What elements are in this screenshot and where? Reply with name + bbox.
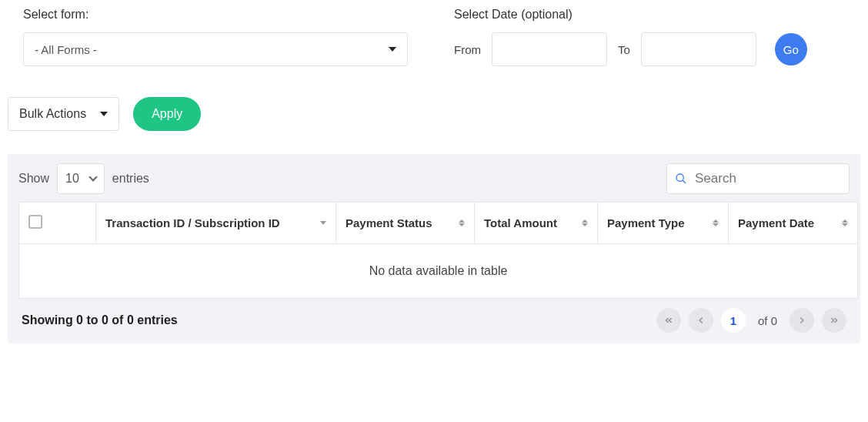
- to-label: To: [618, 43, 630, 56]
- bulk-actions-dropdown[interactable]: Bulk Actions: [8, 97, 119, 131]
- column-status[interactable]: Payment Status: [336, 203, 475, 244]
- table-container: Show 10 entries: [8, 154, 860, 343]
- caret-down-icon: [100, 112, 108, 116]
- page-size-select[interactable]: 10: [57, 163, 105, 194]
- svg-line-1: [683, 180, 686, 183]
- from-label: From: [454, 43, 481, 56]
- show-label: Show: [18, 172, 49, 186]
- page-last-button[interactable]: [822, 308, 846, 333]
- column-type[interactable]: Payment Type: [598, 203, 729, 244]
- page-first-button[interactable]: [656, 308, 681, 333]
- select-form-label: Select form:: [23, 8, 408, 22]
- search-input[interactable]: [693, 170, 841, 187]
- chevron-left-icon: [696, 315, 706, 326]
- select-all-checkbox[interactable]: [28, 215, 42, 229]
- page-current[interactable]: 1: [721, 308, 746, 333]
- chevrons-right-icon: [829, 315, 840, 326]
- select-date-label: Select Date (optional): [454, 8, 807, 22]
- column-transaction-label: Transaction ID / Subscription ID: [105, 216, 280, 229]
- showing-text: Showing 0 to 0 of 0 entries: [22, 313, 178, 327]
- column-status-label: Payment Status: [346, 216, 432, 229]
- to-date-input[interactable]: [641, 32, 756, 66]
- caret-down-icon: [389, 47, 396, 52]
- search-container[interactable]: [666, 163, 850, 194]
- apply-button[interactable]: Apply: [133, 97, 201, 131]
- select-form-value: - All Forms -: [35, 43, 97, 56]
- from-date-input[interactable]: [492, 32, 607, 66]
- column-select-all: [19, 203, 96, 244]
- search-icon: [675, 172, 687, 185]
- column-date-label: Payment Date: [738, 216, 814, 229]
- select-form-dropdown[interactable]: - All Forms -: [23, 32, 408, 66]
- go-button[interactable]: Go: [775, 33, 807, 65]
- page-of-text: of 0: [758, 314, 777, 327]
- no-data-message: No data available in table: [19, 244, 858, 299]
- bulk-actions-label: Bulk Actions: [19, 107, 86, 121]
- svg-point-0: [676, 174, 683, 181]
- chevrons-left-icon: [663, 315, 674, 326]
- chevron-down-icon: [88, 172, 97, 181]
- sort-desc-icon: [320, 221, 326, 225]
- column-type-label: Payment Type: [607, 216, 685, 229]
- sort-icon: [582, 219, 588, 226]
- chevron-right-icon: [796, 315, 807, 326]
- page-size-value: 10: [65, 172, 79, 186]
- data-table: Transaction ID / Subscription ID Payment…: [18, 202, 858, 299]
- column-transaction[interactable]: Transaction ID / Subscription ID: [96, 203, 336, 244]
- page-prev-button[interactable]: [689, 308, 713, 333]
- sort-icon: [459, 219, 465, 226]
- pagination: 1 of 0: [656, 308, 846, 333]
- sort-icon: [713, 219, 719, 226]
- page-next-button[interactable]: [790, 308, 814, 333]
- column-amount-label: Total Amount: [484, 216, 557, 229]
- sort-icon: [842, 219, 848, 226]
- column-amount[interactable]: Total Amount: [475, 203, 598, 244]
- entries-label: entries: [112, 172, 149, 186]
- column-date[interactable]: Payment Date: [729, 203, 858, 244]
